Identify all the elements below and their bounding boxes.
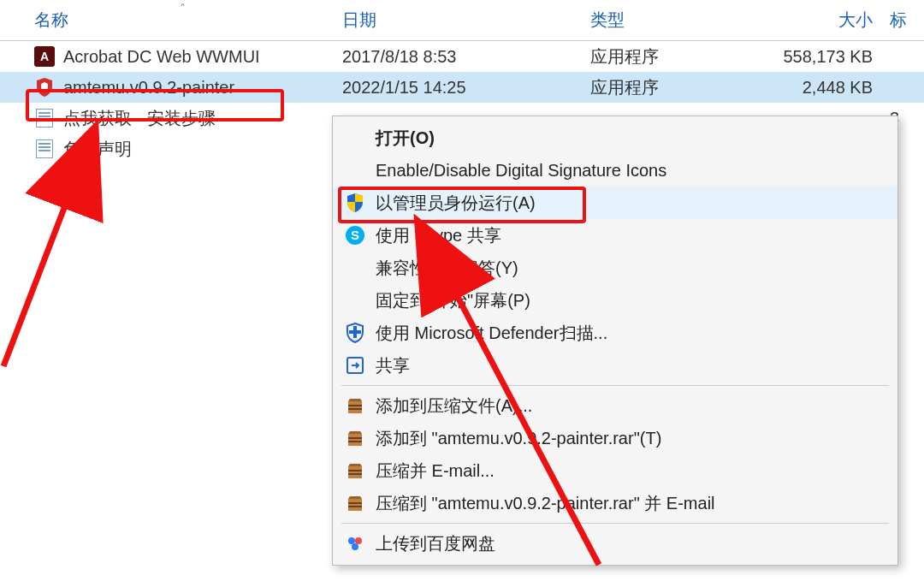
menu-item-compress-email[interactable]: 压缩并 E-mail... bbox=[333, 454, 897, 487]
notepad-icon bbox=[34, 139, 55, 159]
menu-label: 共享 bbox=[376, 354, 410, 377]
menu-label: 打开(O) bbox=[376, 127, 435, 150]
menu-label: 固定到"开始"屏幕(P) bbox=[376, 289, 530, 312]
blank-icon bbox=[343, 126, 367, 150]
menu-item-open[interactable]: 打开(O) bbox=[333, 122, 897, 154]
menu-label: 添加到 "amtemu.v0.9.2-painter.rar"(T) bbox=[376, 427, 661, 450]
blank-icon bbox=[343, 158, 367, 182]
menu-item-baidu-upload[interactable]: 上传到百度网盘 bbox=[333, 527, 897, 560]
menu-item-defender-scan[interactable]: 使用 Microsoft Defender扫描... bbox=[333, 317, 897, 349]
menu-label: 兼容性疑难解答(Y) bbox=[376, 257, 518, 280]
menu-label: 添加到压缩文件(A)... bbox=[376, 394, 532, 418]
menu-item-run-as-admin[interactable]: 以管理员身份运行(A) bbox=[333, 187, 897, 219]
menu-label: 以管理员身份运行(A) bbox=[376, 192, 536, 215]
file-row[interactable]: A Acrobat DC Web WWMUI 2017/8/18 8:53 应用… bbox=[0, 41, 924, 72]
menu-item-share[interactable]: 共享 bbox=[333, 349, 897, 382]
context-menu: 打开(O) Enable/Disable Digital Signature I… bbox=[332, 116, 898, 566]
share-icon bbox=[343, 353, 367, 377]
shield-red-icon bbox=[34, 77, 55, 98]
menu-label: 使用 Skype 共享 bbox=[376, 224, 501, 247]
menu-item-compat-troubleshoot[interactable]: 兼容性疑难解答(Y) bbox=[333, 252, 897, 284]
svg-rect-12 bbox=[348, 506, 362, 507]
column-header-size[interactable]: 大小 bbox=[779, 9, 881, 32]
svg-point-15 bbox=[352, 543, 358, 550]
svg-rect-10 bbox=[348, 473, 362, 475]
notepad-icon bbox=[34, 108, 55, 128]
acrobat-icon: A bbox=[34, 46, 55, 67]
svg-rect-3 bbox=[349, 330, 361, 334]
svg-rect-6 bbox=[348, 408, 362, 410]
skype-icon: S bbox=[343, 223, 367, 247]
svg-rect-7 bbox=[348, 437, 362, 439]
file-size: 558,173 KB bbox=[779, 47, 881, 67]
column-header-row: ˄ 名称 日期 类型 大小 标 bbox=[0, 0, 924, 41]
menu-label: 压缩到 "amtemu.v0.9.2-painter.rar" 并 E-mail bbox=[376, 492, 715, 515]
menu-label: 压缩并 E-mail... bbox=[376, 459, 495, 483]
menu-item-add-archive[interactable]: 添加到压缩文件(A)... bbox=[333, 389, 897, 422]
menu-item-compress-named-email[interactable]: 压缩到 "amtemu.v0.9.2-painter.rar" 并 E-mail bbox=[333, 487, 897, 519]
file-type: 应用程序 bbox=[590, 76, 779, 99]
file-name: Acrobat DC Web WWMUI bbox=[63, 47, 260, 67]
menu-separator bbox=[341, 385, 889, 386]
file-size: 2,448 KB bbox=[779, 78, 881, 98]
file-name: 点我获取 - 安装步骤 bbox=[63, 107, 216, 130]
file-date: 2022/1/15 14:25 bbox=[342, 78, 590, 98]
menu-label: 上传到百度网盘 bbox=[376, 532, 495, 555]
menu-label: 使用 Microsoft Defender扫描... bbox=[376, 322, 607, 345]
sort-arrow-icon: ˄ bbox=[180, 2, 186, 15]
column-header-name[interactable]: ˄ 名称 bbox=[0, 9, 342, 32]
file-row[interactable]: amtemu.v0.9.2-painter 2022/1/15 14:25 应用… bbox=[0, 72, 924, 103]
svg-point-13 bbox=[348, 537, 355, 544]
svg-rect-8 bbox=[348, 441, 362, 442]
file-name: amtemu.v0.9.2-painter bbox=[63, 78, 234, 98]
file-type: 应用程序 bbox=[590, 45, 779, 68]
menu-separator bbox=[341, 523, 889, 524]
blank-icon bbox=[343, 288, 367, 312]
file-date: 2017/8/18 8:53 bbox=[342, 47, 590, 67]
rar-icon bbox=[343, 394, 367, 418]
blank-icon bbox=[343, 256, 367, 280]
rar-icon bbox=[343, 426, 367, 450]
rar-icon bbox=[343, 491, 367, 515]
column-header-type[interactable]: 类型 bbox=[590, 9, 779, 32]
svg-rect-11 bbox=[348, 502, 362, 504]
svg-rect-5 bbox=[348, 405, 362, 406]
column-header-tag[interactable]: 标 bbox=[881, 9, 924, 32]
column-header-date[interactable]: 日期 bbox=[342, 9, 590, 32]
svg-rect-9 bbox=[348, 470, 362, 471]
uac-shield-icon bbox=[343, 191, 367, 215]
svg-point-14 bbox=[355, 537, 362, 544]
defender-shield-icon bbox=[343, 321, 367, 345]
svg-text:S: S bbox=[351, 228, 359, 242]
menu-item-digital-signature[interactable]: Enable/Disable Digital Signature Icons bbox=[333, 154, 897, 187]
menu-label: Enable/Disable Digital Signature Icons bbox=[376, 161, 666, 181]
baidu-icon bbox=[343, 531, 367, 555]
svg-line-16 bbox=[3, 130, 94, 366]
rar-icon bbox=[343, 459, 367, 483]
menu-item-pin-start[interactable]: 固定到"开始"屏幕(P) bbox=[333, 284, 897, 317]
file-name: 免费声明 bbox=[63, 138, 132, 161]
menu-item-skype-share[interactable]: S 使用 Skype 共享 bbox=[333, 219, 897, 252]
menu-item-add-archive-named[interactable]: 添加到 "amtemu.v0.9.2-painter.rar"(T) bbox=[333, 422, 897, 454]
